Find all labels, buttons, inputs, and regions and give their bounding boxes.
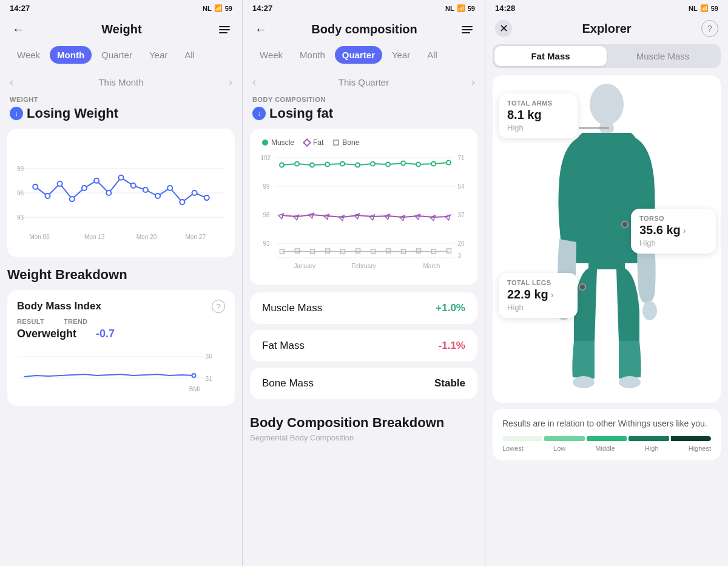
- period-label-2: This Quarter: [339, 77, 389, 87]
- svg-point-88: [573, 376, 595, 388]
- status-bar-3: 14:28 NL 📶 59: [485, 0, 728, 15]
- tab-week-1[interactable]: Week: [10, 46, 47, 64]
- svg-point-19: [192, 190, 197, 195]
- svg-text:BMI: BMI: [189, 386, 200, 392]
- tab-week-2[interactable]: Week: [252, 46, 290, 64]
- tab-year-1[interactable]: Year: [142, 46, 175, 64]
- weight-chart: 99 96 93: [17, 138, 225, 248]
- legend-color-bar: [502, 436, 711, 441]
- tab-month-2[interactable]: Month: [292, 46, 332, 64]
- svg-point-55: [431, 162, 436, 166]
- next-period-2[interactable]: ›: [471, 76, 475, 89]
- status-icons-2: NL 📶 59: [445, 4, 475, 12]
- body-composition-panel: 14:27 NL 📶 59 ← Body composition Week Mo…: [243, 0, 485, 566]
- prev-period-1[interactable]: ‹: [10, 76, 13, 89]
- battery-icon-2: 59: [468, 5, 475, 12]
- tab-quarter-2[interactable]: Quarter: [335, 46, 382, 64]
- weight-panel: 14:27 NL 📶 59 ← Weight Week Month Quarte…: [0, 0, 243, 566]
- muscle-mass-label: Muscle Mass: [262, 302, 322, 314]
- body-comp-chart-container: Muscle Fat Bone 102: [250, 129, 477, 285]
- bmi-info-button[interactable]: ?: [212, 300, 225, 313]
- svg-text:March: March: [423, 263, 440, 269]
- back-button-2[interactable]: ←: [252, 20, 269, 39]
- body-model-container: TOTAL ARMS 8.1 kg High TORSO 35.6 kg › H…: [493, 75, 721, 403]
- nfc-icon: NL: [203, 5, 212, 12]
- chart-legend: Muscle Fat Bone: [260, 138, 468, 147]
- status-icons-3: NL 📶 59: [689, 4, 718, 12]
- menu-button-2[interactable]: [459, 24, 475, 36]
- svg-point-9: [70, 197, 75, 201]
- bmi-title-row: Body Mass Index ?: [17, 300, 225, 313]
- tab-all-1[interactable]: All: [177, 46, 202, 64]
- svg-point-7: [45, 194, 50, 198]
- svg-text:February: February: [352, 263, 376, 269]
- weight-tabs: Week Month Quarter Year All: [0, 46, 242, 71]
- signal-icon: 📶: [214, 4, 223, 12]
- time-1: 14:27: [10, 4, 30, 13]
- tab-quarter-1[interactable]: Quarter: [94, 46, 140, 64]
- muscle-legend-dot: [262, 140, 268, 146]
- weight-status: ↓ Losing Weight: [0, 104, 242, 129]
- back-button-1[interactable]: ←: [10, 20, 27, 39]
- svg-point-8: [58, 181, 62, 186]
- torso-status: High: [639, 238, 707, 248]
- breakdown-title: Weight Breakdown: [7, 267, 235, 283]
- torso-annotation: TORSO 35.6 kg › High: [631, 209, 716, 254]
- bmi-card-title: Body Mass Index: [17, 300, 101, 312]
- svg-point-84: [590, 84, 624, 125]
- svg-text:102: 102: [261, 155, 271, 161]
- fat-legend-diamond: [303, 138, 311, 147]
- fat-mass-value: -1.1%: [439, 340, 465, 352]
- weight-scroll[interactable]: ‹ This Month › WEIGHT ↓ Losing Weight 99…: [0, 71, 242, 566]
- svg-text:20: 20: [458, 240, 465, 247]
- svg-text:99: 99: [17, 166, 24, 172]
- fat-legend: Fat: [304, 138, 323, 147]
- metrics-list: Muscle Mass +1.0% Fat Mass -1.1% Bone Ma…: [243, 292, 485, 399]
- results-text: Results are in relation to other Withing…: [502, 417, 711, 430]
- next-period-1[interactable]: ›: [229, 76, 232, 89]
- weight-title: Weight: [101, 22, 141, 36]
- svg-point-13: [118, 175, 123, 180]
- segment-toggle[interactable]: Fat Mass Muscle Mass: [493, 44, 721, 68]
- tab-all-2[interactable]: All: [420, 46, 445, 64]
- svg-point-52: [386, 163, 390, 167]
- explorer-scroll[interactable]: Fat Mass Muscle Mass: [485, 44, 728, 566]
- bmi-values-row: Overweight -0.7: [17, 328, 225, 340]
- tab-month-1[interactable]: Month: [50, 46, 92, 64]
- close-button[interactable]: ✕: [495, 20, 512, 37]
- status-bar-2: 14:27 NL 📶 59: [243, 0, 485, 15]
- svg-point-18: [180, 200, 184, 204]
- trend-label: TREND: [64, 318, 87, 325]
- trend-value: -0.7: [96, 328, 115, 340]
- body-comp-section-label: BODY COMPOSITION: [243, 93, 485, 104]
- svg-text:37: 37: [458, 212, 465, 218]
- arms-connector: [579, 127, 609, 129]
- torso-label: TORSO: [639, 215, 707, 222]
- weight-section-label: WEIGHT: [0, 93, 242, 104]
- period-label-1: This Month: [98, 77, 143, 87]
- arms-status: High: [507, 123, 569, 132]
- svg-text:Mon 20: Mon 20: [136, 234, 157, 240]
- help-button[interactable]: ?: [701, 20, 718, 37]
- middle-label: Middle: [595, 445, 615, 452]
- body-comp-scroll[interactable]: ‹ This Quarter › BODY COMPOSITION ↓ Losi…: [243, 71, 485, 566]
- weight-chart-svg: 99 96 93: [17, 138, 225, 248]
- svg-text:93: 93: [17, 214, 24, 221]
- battery-icon-3: 59: [711, 5, 718, 12]
- svg-point-17: [167, 186, 172, 190]
- tab-year-2[interactable]: Year: [385, 46, 417, 64]
- arms-annotation: TOTAL ARMS 8.1 kg High: [499, 93, 578, 138]
- fat-mass-toggle[interactable]: Fat Mass: [494, 46, 607, 66]
- svg-point-20: [204, 195, 209, 200]
- svg-point-14: [131, 183, 136, 188]
- losing-weight-text: Losing Weight: [27, 106, 118, 121]
- highest-label: Highest: [689, 445, 711, 452]
- svg-point-6: [33, 184, 38, 189]
- signal-icon-3: 📶: [700, 4, 709, 12]
- losing-fat-icon: ↓: [252, 107, 266, 120]
- prev-period-2[interactable]: ‹: [252, 76, 256, 89]
- menu-button-1[interactable]: [217, 24, 232, 36]
- bone-legend-label: Bone: [342, 138, 359, 147]
- muscle-mass-toggle[interactable]: Muscle Mass: [607, 46, 719, 66]
- legend-labels: Lowest Low Middle High Highest: [502, 445, 711, 452]
